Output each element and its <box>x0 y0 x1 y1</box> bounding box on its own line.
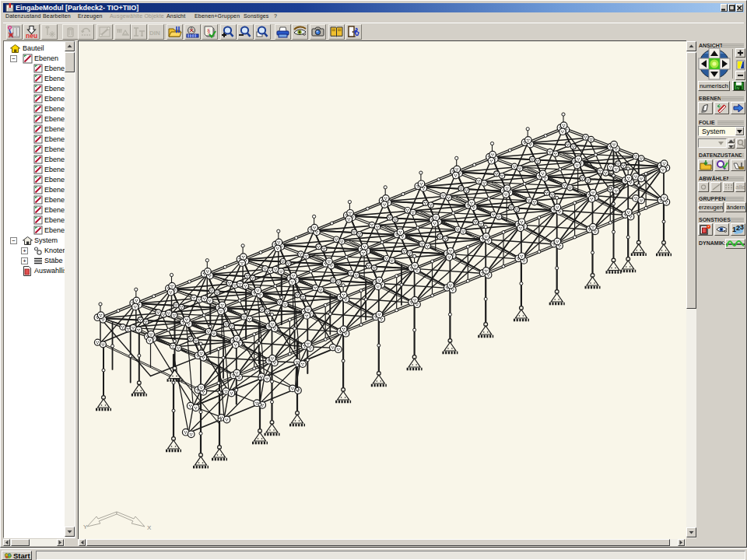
svg-text:Y: Y <box>83 523 88 530</box>
svg-text:3: 3 <box>740 224 744 231</box>
svg-text:neu: neu <box>26 32 37 39</box>
svg-text:DIN: DIN <box>149 30 160 37</box>
svg-text:X: X <box>147 524 152 531</box>
